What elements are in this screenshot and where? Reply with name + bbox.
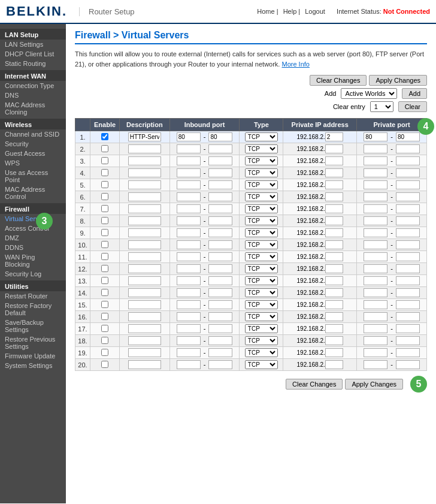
private-start-15[interactable] (364, 300, 387, 309)
desc-input-8[interactable] (128, 216, 161, 225)
inbound-end-14[interactable] (208, 288, 232, 297)
type-select-1[interactable]: TCPUDPBoth (245, 132, 278, 141)
ip-suffix-1[interactable] (325, 132, 343, 141)
inbound-end-5[interactable] (208, 180, 232, 189)
enable-checkbox-14[interactable] (101, 289, 108, 296)
inbound-start-9[interactable] (177, 228, 201, 237)
type-select-15[interactable]: TCPUDPBoth (245, 300, 278, 309)
private-start-5[interactable] (364, 180, 387, 189)
private-end-1[interactable] (396, 132, 420, 141)
sidebar-item-restore-previous[interactable]: Restore Previous Settings (0, 334, 66, 351)
desc-input-15[interactable] (128, 300, 161, 309)
sidebar-item-restart[interactable]: Restart Router (0, 291, 66, 301)
sidebar-item-security-log[interactable]: Security Log (0, 269, 66, 279)
desc-input-5[interactable] (128, 180, 161, 189)
private-end-17[interactable] (396, 324, 420, 333)
desc-input-13[interactable] (128, 276, 161, 285)
type-select-9[interactable]: TCPUDPBoth (245, 228, 278, 237)
desc-input-3[interactable] (128, 156, 161, 165)
inbound-end-6[interactable] (208, 192, 232, 201)
enable-checkbox-7[interactable] (101, 205, 108, 212)
ip-suffix-6[interactable] (325, 192, 343, 201)
bottom-clear-changes-button[interactable]: Clear Changes (286, 379, 343, 390)
type-select-11[interactable]: TCPUDPBoth (245, 252, 278, 261)
inbound-end-12[interactable] (208, 264, 232, 273)
ip-suffix-15[interactable] (325, 300, 343, 309)
inbound-end-8[interactable] (208, 216, 232, 225)
sidebar-item-virtual-servers[interactable]: Virtual Servers 3 (0, 214, 66, 224)
private-start-12[interactable] (364, 264, 387, 273)
type-select-17[interactable]: TCPUDPBoth (245, 324, 278, 333)
type-select-6[interactable]: TCPUDPBoth (245, 192, 278, 201)
enable-checkbox-20[interactable] (101, 361, 108, 368)
desc-input-16[interactable] (128, 312, 161, 321)
top-clear-changes-button[interactable]: Clear Changes (310, 75, 367, 86)
bottom-apply-changes-button[interactable]: Apply Changes (345, 379, 403, 390)
enable-checkbox-10[interactable] (101, 241, 108, 248)
inbound-end-10[interactable] (208, 240, 232, 249)
inbound-start-7[interactable] (177, 204, 201, 213)
private-end-4[interactable] (396, 168, 420, 177)
inbound-start-14[interactable] (177, 288, 201, 297)
type-select-20[interactable]: TCPUDPBoth (245, 360, 278, 369)
ip-suffix-10[interactable] (325, 240, 343, 249)
private-end-7[interactable] (396, 204, 420, 213)
enable-checkbox-13[interactable] (101, 277, 108, 284)
private-end-8[interactable] (396, 216, 420, 225)
private-end-13[interactable] (396, 276, 420, 285)
inbound-start-4[interactable] (177, 168, 201, 177)
more-info-link[interactable]: More Info (281, 61, 309, 68)
inbound-start-20[interactable] (177, 360, 201, 369)
inbound-start-8[interactable] (177, 216, 201, 225)
add-preset-select[interactable]: Active Worlds (341, 88, 397, 99)
private-start-20[interactable] (364, 360, 387, 369)
sidebar-item-access-control[interactable]: Access Control (0, 224, 66, 233)
private-start-8[interactable] (364, 216, 387, 225)
ip-suffix-7[interactable] (325, 204, 343, 213)
inbound-start-5[interactable] (177, 180, 201, 189)
inbound-start-10[interactable] (177, 240, 201, 249)
enable-checkbox-9[interactable] (101, 229, 108, 236)
private-start-17[interactable] (364, 324, 387, 333)
enable-checkbox-18[interactable] (101, 337, 108, 344)
inbound-start-6[interactable] (177, 192, 201, 201)
ip-suffix-13[interactable] (325, 276, 343, 285)
desc-input-1[interactable] (128, 132, 161, 141)
enable-checkbox-5[interactable] (101, 181, 108, 188)
sidebar-item-dmz[interactable]: DMZ (0, 233, 66, 243)
nav-logout-link[interactable]: Logout (305, 8, 325, 15)
type-select-2[interactable]: TCPUDPBoth (245, 144, 278, 153)
ip-suffix-4[interactable] (325, 168, 343, 177)
private-end-18[interactable] (396, 336, 420, 345)
nav-help-link[interactable]: Help (283, 8, 297, 15)
private-start-10[interactable] (364, 240, 387, 249)
private-start-3[interactable] (364, 156, 387, 165)
private-start-13[interactable] (364, 276, 387, 285)
inbound-end-4[interactable] (208, 168, 232, 177)
inbound-end-17[interactable] (208, 324, 232, 333)
private-end-10[interactable] (396, 240, 420, 249)
ip-suffix-3[interactable] (325, 156, 343, 165)
type-select-4[interactable]: TCPUDPBoth (245, 168, 278, 177)
inbound-end-1[interactable] (208, 132, 232, 141)
sidebar-item-ddns[interactable]: DDNS (0, 243, 66, 252)
type-select-18[interactable]: TCPUDPBoth (245, 336, 278, 345)
type-select-8[interactable]: TCPUDPBoth (245, 216, 278, 225)
sidebar-item-guest-access[interactable]: Guest Access (0, 149, 66, 158)
inbound-end-13[interactable] (208, 276, 232, 285)
ip-suffix-2[interactable] (325, 144, 343, 153)
inbound-start-1[interactable] (177, 132, 201, 141)
desc-input-9[interactable] (128, 228, 161, 237)
ip-suffix-19[interactable] (325, 348, 343, 357)
inbound-end-2[interactable] (208, 144, 232, 153)
sidebar-item-dhcp-client-list[interactable]: DHCP Client List (0, 49, 66, 59)
type-select-10[interactable]: TCPUDPBoth (245, 240, 278, 249)
private-end-9[interactable] (396, 228, 420, 237)
inbound-start-2[interactable] (177, 144, 201, 153)
sidebar-item-mac-address-control[interactable]: MAC Address Control (0, 185, 66, 201)
private-start-7[interactable] (364, 204, 387, 213)
type-select-7[interactable]: TCPUDPBoth (245, 204, 278, 213)
enable-checkbox-12[interactable] (101, 265, 108, 272)
inbound-end-20[interactable] (208, 360, 232, 369)
inbound-start-11[interactable] (177, 252, 201, 261)
